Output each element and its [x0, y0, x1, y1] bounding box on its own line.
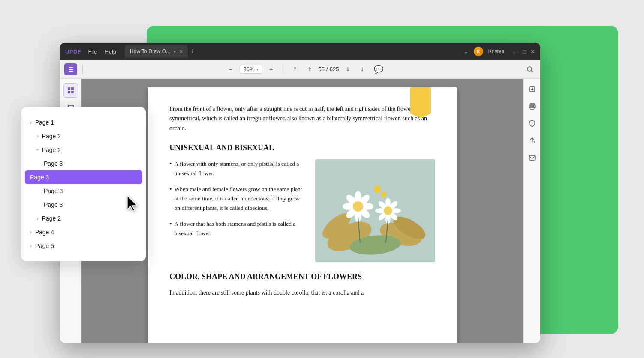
close-button[interactable]: ✕	[530, 48, 535, 55]
bullet-item-2: • When male and female flowers grow on t…	[169, 185, 307, 213]
svg-point-30	[384, 206, 392, 215]
sidebar-toggle-icon: ☰	[68, 66, 74, 73]
next-page-button[interactable]: ⇓	[342, 64, 353, 75]
toc-chevron-7: ›	[37, 216, 39, 221]
toolbar-separator-2	[283, 65, 283, 74]
bullet-item-3: • A flower that has both stamens and pis…	[169, 219, 307, 239]
svg-line-1	[531, 71, 533, 72]
toc-item-7[interactable]: › Page 2	[21, 212, 146, 225]
toc-chevron-2: ›	[35, 149, 40, 151]
protect-button[interactable]	[526, 117, 538, 129]
bullet-item-1: • A flower with only stamens, or only pi…	[169, 159, 307, 179]
pdf-area[interactable]: From the front of a flower, only after a…	[81, 79, 523, 343]
toc-item-2[interactable]: › Page 2	[21, 143, 146, 157]
comment-button[interactable]: 💬	[373, 64, 384, 75]
title-bar-left: UPDF File Help	[65, 48, 116, 55]
toolbar-right	[524, 63, 536, 75]
toc-item-1[interactable]: › Page 2	[21, 129, 146, 143]
toc-label-3: Page 3	[44, 160, 63, 167]
right-sidebar	[523, 79, 540, 343]
toc-panel: › Page 1 › Page 2 › Page 2 Page 3 Page 3…	[21, 107, 146, 261]
zoom-out-button[interactable]: −	[225, 64, 236, 75]
toc-item-0[interactable]: › Page 1	[21, 116, 146, 129]
tab-title: How To Draw O...	[130, 48, 170, 54]
new-tab-button[interactable]: +	[190, 47, 195, 56]
toolbar: ☰ − 86% ▾ + ⤒ ⇑ 55 / 625 ⇓ ⤓ 💬	[60, 60, 540, 79]
minimize-button[interactable]: —	[513, 48, 518, 55]
toolbar-left: ☰	[64, 63, 77, 75]
sidebar-toggle-button[interactable]: ☰	[64, 63, 77, 75]
menu-file[interactable]: File	[88, 48, 97, 55]
toc-chevron-0: ›	[30, 120, 32, 125]
tab-search-chevron-icon[interactable]: ⌄	[463, 48, 469, 55]
pdf-two-col: • A flower with only stamens, or only pi…	[169, 159, 435, 262]
page-separator: /	[326, 66, 328, 72]
zoom-dropdown-icon[interactable]: ▾	[256, 67, 259, 72]
toolbar-separator	[82, 65, 83, 74]
toc-label-0: Page 1	[35, 119, 54, 126]
bullet-text-3: A flower that has both stamens and pisti…	[175, 219, 307, 239]
pdf-intro-paragraph: From the front of a flower, only after a…	[169, 104, 435, 133]
bullet-dot-1: •	[169, 159, 172, 179]
flower-image	[315, 159, 435, 262]
svg-rect-4	[68, 91, 70, 93]
first-page-button[interactable]: ⤒	[289, 64, 301, 75]
menu-help[interactable]: Help	[105, 48, 116, 55]
tab-close-icon[interactable]: ×	[179, 48, 183, 54]
email-button[interactable]	[526, 152, 538, 164]
section1-title: UNISEXUAL AND BISEXUAL	[169, 143, 435, 152]
pdf-bottom-text: In addition, there are still some plants…	[169, 288, 435, 298]
bullet-list: • A flower with only stamens, or only pi…	[169, 159, 307, 262]
svg-rect-38	[530, 103, 534, 106]
toc-label-1: Page 2	[42, 133, 61, 140]
toc-item-9[interactable]: › Page 5	[21, 239, 146, 253]
share-button[interactable]	[526, 134, 538, 146]
toc-label-6: Page 3	[44, 201, 63, 208]
zoom-value: 86%	[244, 66, 255, 72]
ai-button[interactable]	[526, 83, 538, 95]
section2-title: COLOR, SHAPE AND ARRANGEMENT OF FLOWERS	[169, 272, 435, 281]
last-page-button[interactable]: ⤓	[357, 64, 368, 75]
title-menu: File Help	[88, 48, 116, 55]
user-avatar: K	[474, 47, 483, 56]
toc-label-8: Page 4	[35, 229, 54, 236]
search-icon-btn[interactable]	[524, 63, 536, 75]
zoom-area: 86% ▾	[240, 65, 262, 74]
toc-item-3[interactable]: Page 3	[21, 157, 146, 170]
toc-item-8[interactable]: › Page 4	[21, 225, 146, 239]
toc-chevron-1: ›	[37, 134, 39, 139]
window-controls: — □ ✕	[513, 48, 535, 55]
svg-point-31	[374, 186, 381, 193]
svg-point-41	[533, 106, 534, 107]
print-button[interactable]	[526, 100, 538, 112]
current-page: 55	[319, 66, 325, 72]
toc-item-6[interactable]: Page 3	[21, 198, 146, 212]
maximize-button[interactable]: □	[523, 48, 526, 55]
title-bar: UPDF File Help How To Draw O... ▾ × + ⌄ …	[60, 43, 540, 60]
toc-chevron-8: ›	[30, 230, 32, 235]
bullet-text-2: When male and female flowers grow on the…	[175, 185, 307, 213]
tab-bar: How To Draw O... ▾ × +	[125, 45, 463, 58]
svg-rect-3	[71, 87, 74, 90]
bullet-dot-3: •	[169, 219, 172, 239]
title-bar-right: ⌄ K Kristen — □ ✕	[463, 47, 535, 56]
pdf-page: From the front of a flower, only after a…	[148, 87, 457, 343]
prev-page-button[interactable]: ⇑	[304, 64, 315, 75]
toc-label-2: Page 2	[42, 146, 61, 153]
zoom-in-button[interactable]: +	[266, 64, 277, 75]
toc-label-5: Page 3	[44, 188, 63, 194]
thumbnails-button[interactable]	[63, 83, 78, 98]
svg-rect-5	[71, 91, 74, 93]
toc-item-4-active[interactable]: Page 3	[25, 170, 142, 184]
bullet-text-1: A flower with only stamens, or only pist…	[175, 159, 307, 179]
svg-rect-2	[68, 87, 70, 90]
page-indicator: 55 / 625	[319, 66, 339, 72]
toc-label-4: Page 3	[30, 174, 49, 181]
toc-chevron-9: ›	[30, 243, 32, 248]
pdf-content: From the front of a flower, only after a…	[169, 104, 435, 298]
tab-dropdown-icon[interactable]: ▾	[174, 49, 176, 54]
toc-item-5[interactable]: Page 3	[21, 184, 146, 198]
svg-rect-42	[529, 155, 535, 160]
active-tab[interactable]: How To Draw O... ▾ ×	[125, 45, 188, 58]
updf-logo: UPDF	[65, 48, 81, 55]
